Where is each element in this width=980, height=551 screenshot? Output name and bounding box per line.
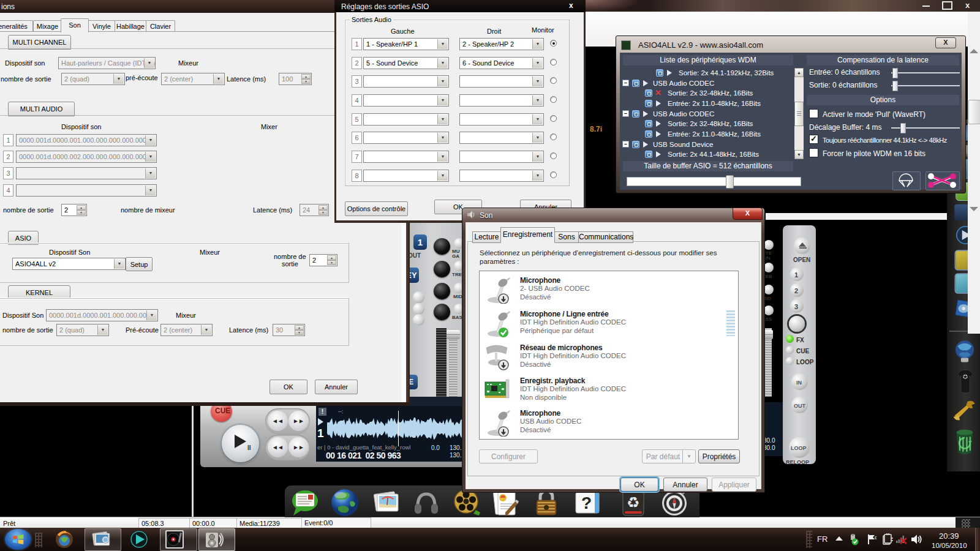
svg-text:?: ? xyxy=(581,493,592,512)
svg-text:♻: ♻ xyxy=(627,494,640,511)
